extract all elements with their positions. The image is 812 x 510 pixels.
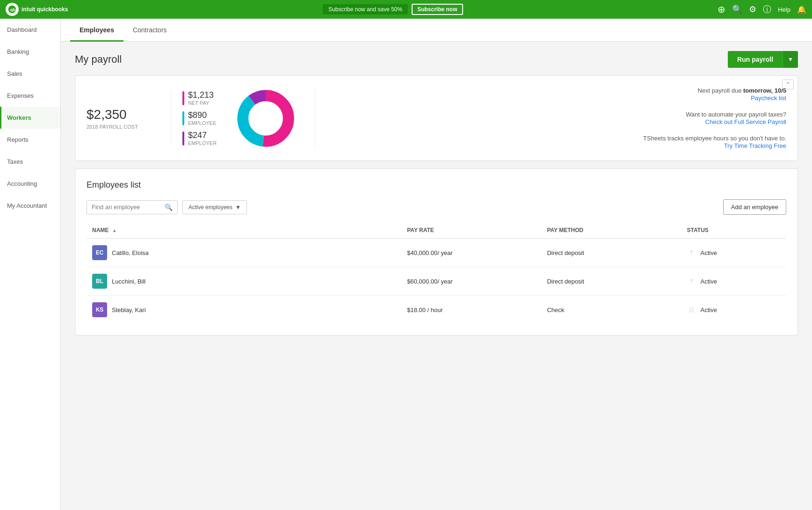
breakdown-net-pay: $1,213 NET PAY (182, 90, 217, 106)
employee-pay-rate: $60,000.00/ year (401, 267, 541, 296)
collapse-button[interactable]: ⌃ (782, 80, 794, 89)
avatar: EC (92, 245, 107, 260)
breakdown-employer: $247 EMPLOYER (182, 131, 217, 146)
table-header: NAME ▲ PAY RATE PAY METHOD STATUS (87, 222, 786, 239)
employee-status: ⇡ Active (682, 239, 786, 267)
employee-pay-method: Check (541, 296, 681, 324)
payroll-header: My payroll Run payroll ▼ (75, 51, 798, 68)
payroll-summary-card: ⌃ $2,350 2018 PAYROLL COST $1,213 NET PA… (75, 75, 798, 161)
employee-pay-method: Direct deposit (541, 239, 681, 267)
help-text[interactable]: Help (778, 6, 790, 13)
cost-amount: $2,350 (87, 107, 152, 122)
net-pay-bar (182, 91, 184, 105)
table-row[interactable]: BL Lucchini, Bill $60,000.00/ year Direc… (87, 267, 786, 296)
avatar: BL (92, 274, 107, 289)
paycheck-list-link[interactable]: Paycheck list (751, 95, 786, 102)
subscribe-button[interactable]: Subscribe now (412, 4, 463, 15)
sidebar-item-my-accountant[interactable]: My Accountant (0, 195, 60, 217)
sidebar: Dashboard Banking Sales Expenses Workers… (0, 19, 61, 510)
col-pay-method: PAY METHOD (541, 222, 681, 239)
page-title: My payroll (75, 53, 122, 66)
run-payroll-button[interactable]: Run payroll (728, 51, 783, 68)
run-payroll-dropdown[interactable]: ▼ (783, 51, 798, 68)
search-input[interactable] (92, 204, 162, 211)
topbar: qb intuit quickbooks Subscribe now and s… (0, 0, 812, 19)
payroll-cost: $2,350 2018 PAYROLL COST (87, 107, 152, 130)
active-employees-filter[interactable]: Active employees ▼ (182, 200, 247, 214)
sidebar-item-expenses[interactable]: Expenses (0, 85, 60, 107)
sidebar-item-taxes[interactable]: Taxes (0, 151, 60, 173)
net-pay-label: NET PAY (188, 100, 214, 106)
automate-text: Want to automate your payroll taxes? (686, 111, 786, 118)
chevron-down-icon: ▼ (235, 204, 241, 211)
employees-table: NAME ▲ PAY RATE PAY METHOD STATUS (87, 222, 786, 324)
payroll-breakdown: $1,213 NET PAY $890 EMPLOYEE (171, 90, 217, 146)
subscribe-message: Subscribe now and save 50% (323, 4, 408, 15)
status-icon: ⇡ (687, 248, 696, 257)
employee-name-cell: KS Steblay, Kari (87, 296, 401, 324)
col-name[interactable]: NAME ▲ (87, 222, 401, 239)
employee-status: ☷ Active (682, 296, 786, 324)
sidebar-item-dashboard[interactable]: Dashboard (0, 19, 60, 41)
col-pay-rate: PAY RATE (401, 222, 541, 239)
logo[interactable]: qb intuit quickbooks (6, 3, 68, 16)
tsheets-block: TSheets tracks employee hours so you don… (643, 135, 786, 149)
employer-label: EMPLOYER (188, 140, 217, 146)
employee-pay-rate: $40,000.00/ year (401, 239, 541, 267)
donut-chart (235, 88, 296, 149)
toolbar-left: 🔍 Active employees ▼ (87, 200, 247, 214)
next-payroll-block: Next payroll due tomorrow, 10/5 Paycheck… (697, 87, 786, 102)
tab-employees[interactable]: Employees (70, 19, 123, 42)
table-row[interactable]: KS Steblay, Kari $18.00 / hour Check ☷ A… (87, 296, 786, 324)
table-row[interactable]: EC Catillo, Eloisa $40,000.00/ year Dire… (87, 239, 786, 267)
add-employee-button[interactable]: Add an employee (723, 199, 786, 215)
notification-icon[interactable]: 🔔 (797, 5, 806, 14)
avatar: KS (92, 302, 107, 317)
breakdown-employee: $890 EMPLOYEE (182, 110, 217, 126)
topbar-right: ⊕ 🔍 ⚙ ⓘ Help 🔔 (718, 4, 806, 15)
sidebar-item-sales[interactable]: Sales (0, 63, 60, 85)
net-pay-amount: $1,213 (188, 90, 214, 100)
layout: Dashboard Banking Sales Expenses Workers… (0, 19, 812, 510)
payroll-info: Next payroll due tomorrow, 10/5 Paycheck… (334, 87, 786, 149)
employee-bar (182, 111, 184, 125)
employee-pay-rate: $18.00 / hour (401, 296, 541, 324)
status-icon: ⇡ (687, 277, 696, 286)
employer-amount: $247 (188, 131, 217, 140)
status-icon: ☷ (687, 305, 696, 314)
employees-list-title: Employees list (87, 180, 786, 190)
content: My payroll Run payroll ▼ ⌃ $2,350 2018 P… (61, 42, 812, 345)
employer-bar (182, 131, 184, 146)
tabbar: Employees Contractors (61, 19, 812, 42)
employee-name: Lucchini, Bill (112, 278, 145, 285)
sidebar-item-banking[interactable]: Banking (0, 41, 60, 63)
tab-contractors[interactable]: Contractors (123, 19, 176, 42)
col-status: STATUS (682, 222, 786, 239)
help-icon[interactable]: ⓘ (763, 4, 771, 15)
tsheets-text: TSheets tracks employee hours so you don… (643, 135, 786, 142)
sidebar-item-workers[interactable]: Workers (0, 107, 60, 129)
sidebar-item-accounting[interactable]: Accounting (0, 173, 60, 195)
time-tracking-link[interactable]: Try Time Tracking Free (724, 142, 786, 149)
plus-icon[interactable]: ⊕ (718, 4, 725, 15)
sidebar-item-reports[interactable]: Reports (0, 129, 60, 151)
automate-block: Want to automate your payroll taxes? Che… (686, 111, 786, 125)
employees-section: Employees list 🔍 Active employees ▼ Add … (75, 168, 798, 335)
main-content: Employees Contractors My payroll Run pay… (61, 19, 812, 510)
employer-info: $247 EMPLOYER (188, 131, 217, 146)
search-icon[interactable]: 🔍 (732, 4, 742, 15)
svg-point-5 (251, 103, 281, 133)
run-payroll-button-group: Run payroll ▼ (728, 51, 798, 68)
cost-label: 2018 PAYROLL COST (87, 124, 152, 130)
employee-pay-method: Direct deposit (541, 267, 681, 296)
employee-name: Catillo, Eloisa (112, 249, 149, 256)
employee-name-cell: BL Lucchini, Bill (87, 267, 401, 296)
employees-toolbar: 🔍 Active employees ▼ Add an employee (87, 199, 786, 215)
full-service-link[interactable]: Check out Full Service Payroll (705, 118, 786, 125)
employee-amount: $890 (188, 110, 217, 120)
svg-text:qb: qb (10, 7, 16, 12)
qb-logo-icon: qb (6, 3, 19, 16)
settings-icon[interactable]: ⚙ (749, 4, 756, 15)
employee-name: Steblay, Kari (112, 306, 146, 313)
vertical-divider (315, 87, 315, 149)
